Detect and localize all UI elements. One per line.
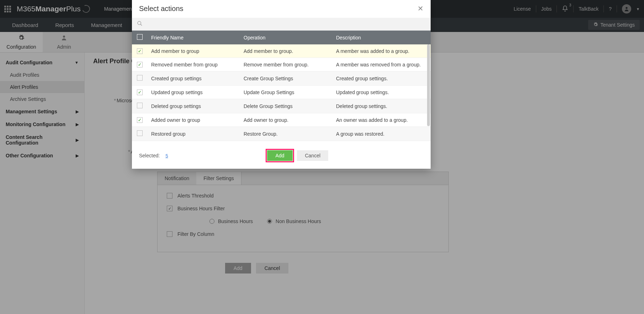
table-row[interactable]: Removed member from groupRemove member f… [132, 58, 431, 71]
row-description: A member was added to a group. [336, 48, 426, 54]
modal-footer: Selected: 5 Add Cancel [132, 144, 431, 169]
row-description: A member was removed from a group. [336, 62, 426, 67]
row-name: Added owner to group [151, 117, 244, 123]
col-description[interactable]: Description [336, 35, 426, 40]
scrollbar-thumb[interactable] [427, 44, 430, 126]
row-checkbox[interactable] [137, 130, 143, 136]
row-checkbox[interactable] [137, 103, 143, 108]
row-operation: Update Group Settings [244, 90, 336, 95]
row-description: Deleted group settings. [336, 103, 426, 109]
table-row[interactable]: Deleted group settingsDelete Group Setti… [132, 99, 431, 113]
row-operation: Create Group Settings [244, 76, 336, 81]
close-icon[interactable]: ✕ [417, 4, 424, 13]
row-description: Created group settings. [336, 76, 426, 81]
row-checkbox[interactable] [137, 117, 143, 123]
table-row[interactable]: Created group settingsCreate Group Setti… [132, 71, 431, 86]
row-operation: Delete Group Settings [244, 103, 336, 109]
table-row[interactable]: Removed owner from groupRemove owner fro… [132, 141, 431, 144]
svg-point-2 [138, 21, 141, 25]
row-operation: Remove member from group. [244, 62, 336, 67]
row-description: An owner was added to a group. [336, 117, 426, 123]
footer-buttons: Add Cancel [172, 150, 424, 161]
row-operation: Add member to group. [244, 48, 336, 54]
col-friendly-name[interactable]: Friendly Name [151, 35, 244, 40]
scrollbar[interactable] [427, 44, 430, 144]
row-name: Removed member from group [151, 62, 244, 67]
row-checkbox[interactable] [137, 90, 143, 95]
modal-search-bar[interactable] [132, 18, 431, 31]
modal-table-head: Friendly Name Operation Description [132, 31, 431, 44]
row-checkbox[interactable] [137, 75, 143, 81]
row-name: Deleted group settings [151, 103, 244, 109]
table-row[interactable]: Add member to groupAdd member to group.A… [132, 44, 431, 58]
row-description: A group was restored. [336, 131, 426, 137]
row-checkbox[interactable] [137, 48, 143, 54]
row-operation: Restore Group. [244, 131, 336, 137]
row-checkbox[interactable] [137, 62, 143, 67]
row-operation: Add owner to group. [244, 117, 336, 123]
selected-label: Selected: [139, 153, 160, 158]
row-name: Updated group settings [151, 90, 244, 95]
modal-rows: Add member to groupAdd member to group.A… [132, 44, 431, 144]
modal-add-button[interactable]: Add [267, 150, 293, 161]
table-row[interactable]: Updated group settingsUpdate Group Setti… [132, 86, 431, 99]
select-all-checkbox[interactable] [137, 34, 143, 40]
row-name: Restored group [151, 131, 244, 137]
selected-count[interactable]: 5 [165, 153, 168, 158]
search-icon [137, 21, 143, 27]
select-actions-modal: Select actions ✕ Friendly Name Operation… [132, 0, 431, 169]
col-operation[interactable]: Operation [244, 35, 336, 40]
modal-cancel-button[interactable]: Cancel [297, 150, 328, 161]
table-row[interactable]: Restored groupRestore Group.A group was … [132, 127, 431, 141]
row-name: Add member to group [151, 48, 244, 54]
modal-header: Select actions ✕ [132, 0, 431, 18]
modal-title: Select actions [139, 5, 183, 13]
row-description: Updated group settings. [336, 90, 426, 95]
row-name: Created group settings [151, 76, 244, 81]
table-row[interactable]: Added owner to groupAdd owner to group.A… [132, 113, 431, 127]
